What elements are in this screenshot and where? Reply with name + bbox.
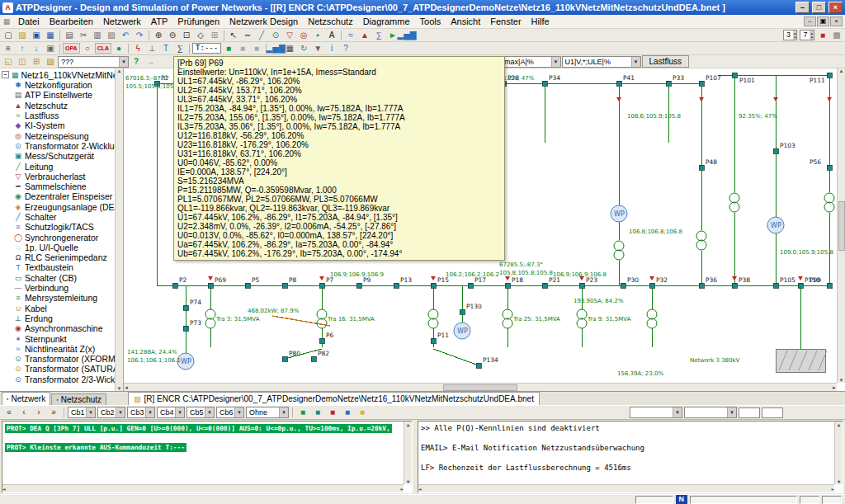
view-combo-1[interactable]: ▼	[630, 407, 682, 418]
chevron-down-icon[interactable]: ▼	[551, 57, 560, 67]
fault-icon[interactable]: ϟ	[131, 43, 144, 54]
console-horizontal-scrollbar[interactable]: ◄ ►	[2, 484, 404, 492]
tree-item-ki-system[interactable]: ◆KI-System	[2, 120, 115, 130]
mdi-minimize-button[interactable]: –	[804, 16, 816, 26]
scroll-up-icon[interactable]: ▲	[839, 68, 844, 73]
favorites-icon[interactable]: ▨	[44, 56, 57, 68]
tree-item-schalter[interactable]: ╱Schalter	[2, 212, 115, 222]
minimize-button[interactable]: –	[795, 2, 810, 13]
zoom-in-icon[interactable]: ⊕	[152, 30, 165, 41]
zoom-fit-icon[interactable]: ⊡	[180, 30, 193, 41]
chevron-down-icon[interactable]: ▼	[86, 407, 95, 417]
transformer-symbol[interactable]	[614, 241, 624, 251]
bus-node[interactable]	[183, 326, 188, 331]
tree-item-nichtlinearität-z-x[interactable]: ≈Nichtlinearität Z(x)	[2, 344, 115, 354]
console-vertical-scrollbar[interactable]: ▲ ▼	[404, 422, 412, 484]
bus-node[interactable]	[579, 283, 584, 288]
busbar-tool-icon[interactable]: ━	[241, 30, 254, 41]
spin-down-icon[interactable]: ▾	[810, 35, 813, 40]
sum-icon[interactable]: ∑	[173, 43, 186, 54]
help-icon[interactable]: ?	[339, 43, 352, 54]
scroll-down-icon[interactable]: ▼	[839, 378, 844, 383]
tree-item-kabel[interactable]: ∪Kabel	[2, 304, 115, 313]
transformer-symbol[interactable]	[503, 309, 512, 319]
bus-node[interactable]	[699, 283, 704, 288]
chevron-down-icon[interactable]: ▼	[727, 407, 736, 417]
transformer-symbol[interactable]	[614, 250, 624, 260]
chevron-down-icon[interactable]: ▼	[631, 57, 640, 67]
tree-item-transformator-xformei[interactable]: ⊙Transformator (XFORMEI	[2, 354, 115, 364]
spin-down-icon[interactable]: ▾	[794, 35, 796, 40]
scroll-right-icon[interactable]: ►	[832, 385, 837, 390]
transformer-symbol[interactable]	[205, 318, 215, 328]
close-button[interactable]: ×	[828, 2, 843, 13]
mdi-close-button[interactable]: ×	[830, 16, 843, 26]
console-vertical-scrollbar[interactable]: ▲ ▼	[834, 422, 843, 484]
chevron-down-icon[interactable]: ▼	[673, 407, 682, 417]
tree-item-synchrongenerator[interactable]: ◯Synchrongenerator	[2, 232, 115, 242]
bus-node[interactable]	[827, 73, 832, 78]
bus-node[interactable]	[773, 148, 778, 153]
line-tool-icon[interactable]: ╱	[255, 30, 268, 41]
transformer-symbol[interactable]	[729, 193, 739, 203]
bus-node[interactable]	[183, 305, 188, 310]
lastfluss-button[interactable]: Lastfluss	[642, 55, 689, 68]
source-tool-icon[interactable]: ◎	[297, 30, 310, 41]
cb4-combo[interactable]: Cb4▼	[157, 407, 185, 418]
protection-tool-icon[interactable]: ▲	[358, 30, 371, 41]
transformer-symbol[interactable]	[428, 309, 438, 319]
bus-node[interactable]	[356, 283, 361, 288]
bus-node[interactable]	[319, 338, 324, 343]
bus-node[interactable]	[319, 283, 324, 288]
load-tool-icon[interactable]: ▽	[283, 30, 296, 41]
bus-node[interactable]	[827, 283, 832, 288]
bus-node[interactable]	[208, 283, 213, 288]
marker-blue-icon[interactable]: ■	[341, 407, 354, 418]
menu-item-fenster[interactable]: Fenster	[485, 16, 526, 27]
chevron-down-icon[interactable]: ▼	[119, 57, 128, 67]
pan-icon[interactable]: ◇	[194, 30, 207, 41]
refresh-icon[interactable]: ↻	[297, 43, 310, 54]
status-gray2-icon[interactable]: ■	[250, 43, 263, 54]
breaker-close-icon[interactable]: ●	[112, 43, 125, 54]
first-tab-icon[interactable]: «	[2, 407, 16, 418]
last-tab-icon[interactable]: »	[47, 407, 60, 418]
bus-node[interactable]	[827, 165, 832, 170]
bus-node[interactable]	[172, 283, 177, 288]
bus-node[interactable]	[505, 283, 510, 288]
cb6-combo[interactable]: Cb6▼	[216, 407, 244, 418]
bus-node[interactable]	[311, 356, 316, 361]
chevron-down-icon[interactable]: ▼	[116, 407, 125, 417]
tree-item-transformator-2-wicklun[interactable]: ⊙Transformator 2-Wicklun	[2, 141, 115, 151]
menu-item-diagramme[interactable]: Diagramme	[358, 16, 415, 27]
breaker-tool-icon[interactable]: ▪	[311, 30, 324, 41]
tree-item-1p-u-i-quelle[interactable]: ◌1p. U/I-Quelle	[2, 243, 115, 252]
cb5-combo[interactable]: Cb5▼	[186, 407, 215, 418]
cb2-combo[interactable]: Cb2▼	[97, 407, 125, 418]
transformer-symbol[interactable]	[428, 318, 438, 328]
transformer-symbol[interactable]	[577, 318, 587, 328]
maximize-button[interactable]: □	[812, 2, 826, 13]
new-file-icon[interactable]: ▢	[2, 30, 15, 41]
transformer-symbol[interactable]	[696, 240, 706, 250]
status-gray-icon[interactable]: ■	[236, 43, 249, 54]
bus-node[interactable]	[460, 309, 465, 314]
tree-item-textbaustein[interactable]: TTextbaustein	[2, 262, 115, 272]
breaker-open-icon[interactable]: ○	[81, 43, 94, 54]
coord-y-field[interactable]	[762, 407, 783, 418]
tree-item-erdung[interactable]: ⊥Erdung	[2, 313, 115, 323]
table-icon[interactable]: ▦	[283, 43, 296, 54]
marker-teal-icon[interactable]: ■	[311, 407, 324, 418]
scroll-left-icon[interactable]: ◄	[2, 486, 6, 492]
scroll-up-icon[interactable]: ▲	[117, 68, 122, 73]
menu-item-bearbeiten[interactable]: Bearbeiten	[45, 16, 98, 27]
bus-node[interactable]	[621, 283, 625, 288]
coord-x-field[interactable]	[739, 407, 760, 418]
transformer-symbol[interactable]	[824, 193, 834, 203]
tree-item-erzeugungsanlage-dea[interactable]: ◈Erzeugungsanlage (DEA)	[2, 202, 115, 212]
transformer-symbol[interactable]	[647, 318, 657, 328]
menu-item-ansicht[interactable]: Ansicht	[446, 16, 485, 27]
transformer-symbol[interactable]	[205, 309, 215, 319]
bus-node[interactable]	[732, 283, 737, 288]
scroll-down-icon[interactable]: ▼	[407, 478, 410, 484]
